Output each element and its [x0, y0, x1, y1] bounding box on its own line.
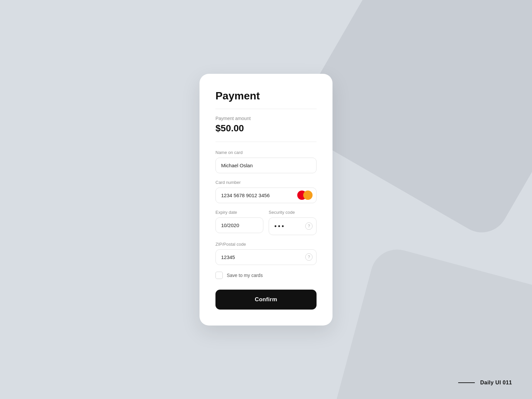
expiry-field-group: Expiry date — [215, 210, 263, 235]
zip-field-group: ZIP/Postal code ? — [215, 242, 317, 265]
bg-decoration-2 — [327, 244, 532, 399]
security-help-icon[interactable]: ? — [305, 222, 313, 230]
divider-1 — [215, 109, 317, 109]
name-label: Name on card — [215, 150, 317, 155]
name-field-group: Name on card — [215, 150, 317, 173]
card-number-input-wrapper — [215, 188, 317, 203]
branding: Daily UI 011 — [458, 380, 512, 386]
expiry-input[interactable] — [215, 217, 263, 233]
zip-input-wrapper: ? — [215, 249, 317, 265]
zip-input[interactable] — [215, 249, 317, 265]
card-number-label: Card number — [215, 180, 317, 185]
save-card-label: Save to my cards — [227, 273, 263, 278]
branding-line — [458, 382, 475, 383]
amount-value: $50.00 — [215, 123, 317, 134]
expiry-label: Expiry date — [215, 210, 263, 215]
zip-help-icon[interactable]: ? — [305, 253, 313, 261]
save-card-row: Save to my cards — [215, 272, 317, 279]
page-title: Payment — [215, 90, 317, 102]
divider-2 — [215, 142, 317, 142]
amount-label: Payment amount — [215, 116, 317, 121]
card-number-field-group: Card number — [215, 180, 317, 203]
confirm-button[interactable]: Confirm — [215, 290, 317, 310]
name-input[interactable] — [215, 158, 317, 173]
security-field-group: Security code ? — [269, 210, 317, 235]
mastercard-icon — [297, 191, 313, 200]
payment-card: Payment Payment amount $50.00 Name on ca… — [200, 74, 332, 326]
expiry-security-row: Expiry date Security code ? — [215, 210, 317, 235]
zip-label: ZIP/Postal code — [215, 242, 317, 247]
save-card-checkbox[interactable] — [215, 272, 223, 279]
security-input-wrapper: ? — [269, 217, 317, 235]
branding-text: Daily UI 011 — [480, 380, 512, 386]
security-label: Security code — [269, 210, 317, 215]
